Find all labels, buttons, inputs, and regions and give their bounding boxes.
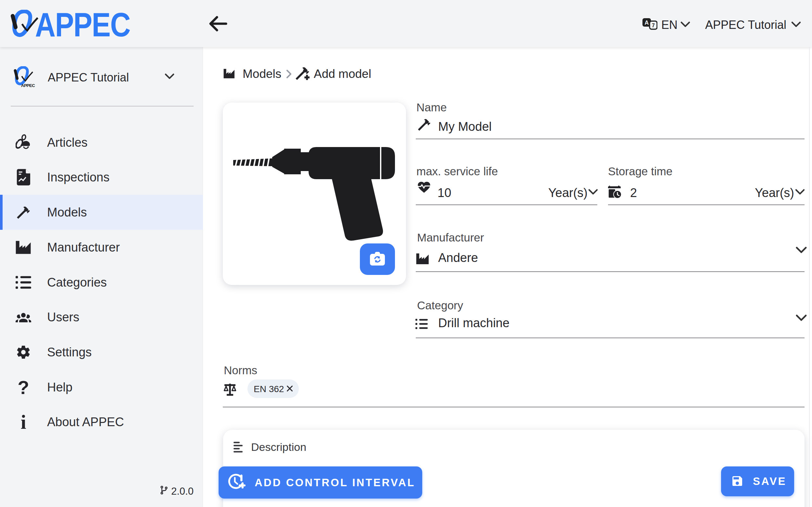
svg-text:APPEC: APPEC xyxy=(21,83,35,88)
svg-text:A: A xyxy=(645,19,649,26)
svg-text:7: 7 xyxy=(652,23,655,28)
